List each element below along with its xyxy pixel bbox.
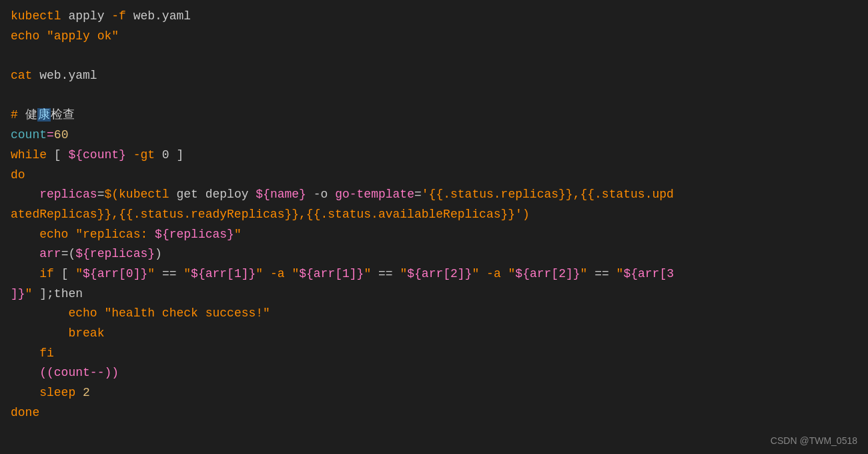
code-line-arr: arr=(${replicas}) <box>11 244 857 264</box>
code-line-echo-replicas: echo "replicas: ${replicas}" <box>11 225 857 245</box>
code-line-sleep: sleep 2 <box>11 383 857 403</box>
code-line-empty-1 <box>11 46 857 66</box>
code-line-replicas: replicas=$(kubectl get deploy ${name} -o… <box>11 185 857 205</box>
code-line-1: kubectl apply -f web.yaml <box>11 7 857 27</box>
code-line-2: echo "apply ok" <box>11 27 857 47</box>
code-line-while: while [ ${count} -gt 0 ] <box>11 146 857 166</box>
highlighted-char: 康 <box>37 108 51 122</box>
code-line-empty-2 <box>11 86 857 106</box>
code-line-done: done <box>11 403 857 423</box>
watermark: CSDN @TWM_0518 <box>771 435 857 446</box>
code-line-do: do <box>11 166 857 186</box>
code-line-if: if [ "${arr[0]}" == "${arr[1]}" -a "${ar… <box>11 264 857 284</box>
code-block: kubectl apply -f web.yaml echo "apply ok… <box>0 0 868 454</box>
code-line-break: break <box>11 324 857 344</box>
code-line-comment: # 健康检查 <box>11 105 857 126</box>
code-line-count: count=60 <box>11 126 857 146</box>
code-line-fi: fi <box>11 344 857 364</box>
code-line-count-dec: ((count--)) <box>11 363 857 383</box>
code-line-replicas-cont: atedReplicas}},{{.status.readyReplicas}}… <box>11 205 857 225</box>
code-line-if-cont: ]}" ];then <box>11 284 857 304</box>
code-line-3: cat web.yaml <box>11 66 857 86</box>
code-line-echo-health: echo "health check success!" <box>11 304 857 324</box>
